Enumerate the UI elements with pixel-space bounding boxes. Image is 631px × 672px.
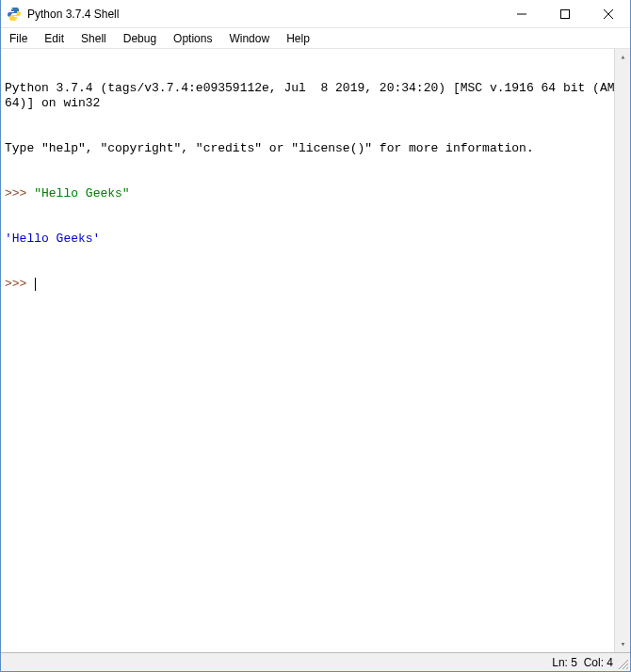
window-title: Python 3.7.4 Shell	[27, 8, 119, 21]
resize-grip-icon[interactable]	[617, 658, 628, 669]
menu-shell[interactable]: Shell	[73, 28, 115, 48]
shell-text-area[interactable]: Python 3.7.4 (tags/v3.7.4:e09359112e, Ju…	[1, 49, 630, 652]
menu-edit[interactable]: Edit	[36, 28, 73, 48]
vertical-scrollbar[interactable]: ▴ ▾	[614, 49, 630, 652]
banner-line: Type "help", "copyright", "credits" or "…	[5, 141, 626, 156]
prompt: >>>	[5, 186, 34, 200]
input-code: "Hello Geeks"	[34, 186, 129, 200]
scroll-up-arrow-icon[interactable]: ▴	[615, 49, 630, 65]
shell-output-line: 'Hello Geeks'	[5, 232, 626, 247]
status-line: Ln: 5	[552, 656, 577, 669]
window-controls	[500, 0, 630, 28]
menu-window[interactable]: Window	[220, 28, 278, 48]
maximize-button[interactable]	[543, 0, 587, 28]
close-button[interactable]	[587, 0, 630, 28]
prompt: >>>	[5, 277, 34, 291]
status-col: Col: 4	[584, 656, 613, 669]
status-bar: Ln: 5 Col: 4	[1, 652, 630, 671]
menu-file[interactable]: File	[1, 28, 36, 48]
title-bar: Python 3.7.4 Shell	[1, 0, 630, 28]
menu-options[interactable]: Options	[165, 28, 220, 48]
svg-point-1	[15, 18, 16, 19]
svg-rect-3	[561, 9, 570, 18]
menu-bar: File Edit Shell Debug Options Window Hel…	[1, 28, 630, 49]
shell-input-line: >>> "Hello Geeks"	[5, 186, 626, 201]
minimize-button[interactable]	[500, 0, 543, 28]
svg-line-8	[626, 667, 628, 669]
menu-help[interactable]: Help	[278, 28, 318, 48]
menu-debug[interactable]: Debug	[115, 28, 165, 48]
shell-prompt-line: >>>	[5, 277, 626, 292]
python-app-icon	[7, 7, 22, 22]
banner-line: Python 3.7.4 (tags/v3.7.4:e09359112e, Ju…	[5, 81, 626, 111]
scroll-down-arrow-icon[interactable]: ▾	[615, 636, 630, 652]
svg-point-0	[11, 8, 12, 9]
text-cursor	[35, 278, 36, 291]
